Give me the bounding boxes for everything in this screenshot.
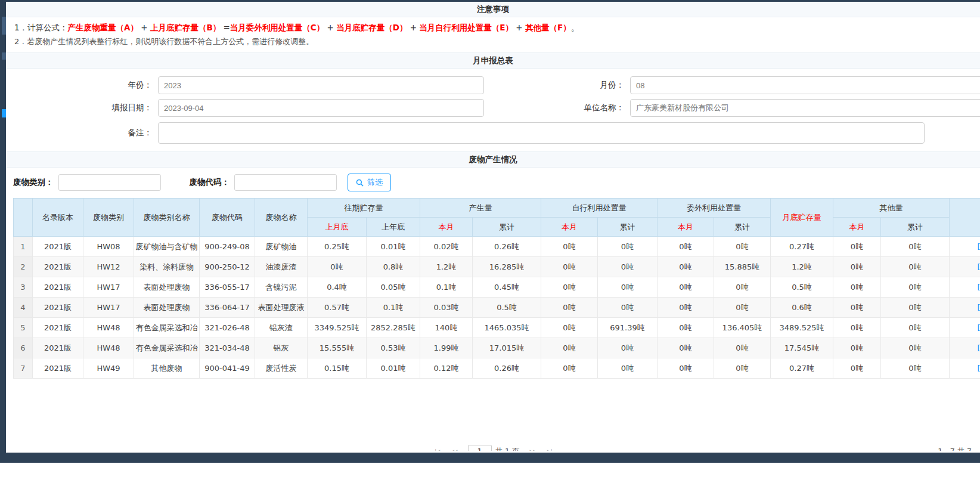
- column-header: 废物类别: [83, 199, 134, 237]
- waste-filter-bar: 废物类别： 废物代码： 筛选: [6, 168, 980, 198]
- table-cell: 0.4吨: [308, 277, 367, 298]
- table-cell: 0吨: [881, 318, 950, 338]
- column-header: 本月: [658, 218, 714, 237]
- sidebar-fragment-icon: [2, 17, 6, 35]
- table-cell: 0.1吨: [367, 298, 420, 318]
- sidebar-fragment-icon: [2, 109, 6, 117]
- last-page-icon[interactable]: ▶|: [547, 448, 551, 451]
- table-cell: 0吨: [833, 257, 881, 277]
- table-cell: 0吨: [598, 298, 658, 318]
- formula-segment: 当月自行利用处置量（E）: [419, 23, 513, 32]
- column-header: 上年底: [367, 218, 420, 237]
- table-cell: 0吨: [881, 237, 950, 257]
- table-cell: 2021版: [33, 358, 83, 379]
- table-cell: HW12: [83, 257, 134, 277]
- table-cell: 3489.525吨: [771, 318, 833, 338]
- first-page-icon[interactable]: |◀: [435, 448, 439, 451]
- waste-code-input[interactable]: [234, 174, 337, 191]
- table-cell: HW48: [83, 318, 134, 338]
- action-cell: [查看]: [950, 338, 980, 358]
- table-cell: 0吨: [598, 277, 658, 298]
- column-header: 本月: [420, 218, 473, 237]
- waste-category-input[interactable]: [58, 174, 161, 191]
- next-page-icon[interactable]: ▶▶: [529, 448, 536, 451]
- prev-page-icon[interactable]: ◀◀: [449, 448, 456, 451]
- formula-segment: +: [407, 23, 419, 32]
- row-number-cell: 2: [14, 257, 33, 277]
- table-cell: 0.02吨: [420, 237, 473, 257]
- table-cell: 0吨: [833, 338, 881, 358]
- table-cell: 136.405吨: [714, 318, 771, 338]
- table-cell: 0.27吨: [771, 358, 833, 379]
- table-cell: 0吨: [833, 237, 881, 257]
- table-cell: 0吨: [658, 277, 714, 298]
- table-cell: 0吨: [714, 338, 771, 358]
- table-cell: 2021版: [33, 338, 83, 358]
- table-row: 22021版HW12染料、涂料废物900-250-12油漆废渣0吨0.8吨1.2…: [14, 257, 980, 277]
- table-cell: 0吨: [714, 277, 771, 298]
- table-cell: 表面处理废液: [255, 298, 308, 318]
- fill-date-input[interactable]: [158, 99, 484, 117]
- table-cell: 2021版: [33, 298, 83, 318]
- declaration-panel: 注意事项 1．计算公式：产生废物重量（A） + 上月底贮存量（B） =当月委外利…: [6, 2, 980, 451]
- action-cell: [查看]: [950, 257, 980, 277]
- table-cell: 0.5吨: [771, 277, 833, 298]
- table-cell: HW49: [83, 358, 134, 379]
- table-cell: 0吨: [598, 338, 658, 358]
- view-link[interactable]: [查看]: [977, 283, 980, 292]
- column-header: 本月: [541, 218, 598, 237]
- table-cell: 321-026-48: [200, 318, 255, 338]
- column-header: 名录版本: [33, 199, 83, 237]
- fill-date-label: 填报日期：: [6, 103, 158, 113]
- year-input[interactable]: [158, 76, 484, 94]
- remark-label: 备注：: [6, 128, 158, 138]
- table-cell: 废矿物油: [255, 237, 308, 257]
- view-link[interactable]: [查看]: [977, 323, 980, 332]
- table-cell: 900-250-12: [200, 257, 255, 277]
- column-header: 上月底: [308, 218, 367, 237]
- table-cell: HW17: [83, 277, 134, 298]
- formula-segment: 上月底贮存量（B）: [150, 23, 221, 32]
- column-header: 累计: [598, 218, 658, 237]
- filter-button[interactable]: 筛选: [348, 174, 391, 191]
- page-number-input[interactable]: [468, 445, 492, 451]
- view-link[interactable]: [查看]: [977, 303, 980, 312]
- column-header: 本月: [833, 218, 881, 237]
- table-cell: 0吨: [881, 298, 950, 318]
- table-cell: 0吨: [658, 358, 714, 379]
- notice-formula: 1．计算公式：产生废物重量（A） + 上月底贮存量（B） =当月委外利用处置量（…: [14, 21, 972, 34]
- table-cell: 0吨: [541, 237, 598, 257]
- row-number-cell: 6: [14, 338, 33, 358]
- table-cell: HW08: [83, 237, 134, 257]
- column-header: 废物类别名称: [134, 199, 200, 237]
- formula-segment: 。: [571, 23, 579, 32]
- table-cell: 1465.035吨: [473, 318, 541, 338]
- column-header: 累计: [714, 218, 771, 237]
- table-cell: 铝灰渣: [255, 318, 308, 338]
- remark-input[interactable]: [158, 122, 925, 144]
- formula-segment: =: [221, 23, 230, 32]
- table-header: 名录版本废物类别废物类别名称废物代码废物名称往期贮存量产生量自行利用处置量委外利…: [14, 199, 980, 237]
- view-link[interactable]: [查看]: [977, 262, 980, 271]
- table-cell: 0吨: [833, 318, 881, 338]
- table-cell: 1.2吨: [420, 257, 473, 277]
- action-cell: [查看]: [950, 298, 980, 318]
- table-cell: 0吨: [881, 358, 950, 379]
- table-cell: 0吨: [541, 338, 598, 358]
- table-cell: 0吨: [714, 358, 771, 379]
- table-cell: 0.01吨: [367, 237, 420, 257]
- view-link[interactable]: [查看]: [977, 343, 980, 352]
- view-link[interactable]: [查看]: [977, 242, 980, 251]
- month-input[interactable]: [630, 76, 980, 94]
- view-link[interactable]: [查看]: [977, 364, 980, 373]
- table-cell: 0.15吨: [308, 358, 367, 379]
- table-cell: 废矿物油与含矿物: [134, 237, 200, 257]
- action-cell: [查看]: [950, 237, 980, 257]
- unit-name-input[interactable]: [630, 99, 980, 117]
- waste-section-title: 废物产生情况: [6, 151, 980, 168]
- filter-button-label: 筛选: [367, 177, 383, 188]
- table-row: 72021版HW49其他废物900-041-49废活性炭0.15吨0.01吨0.…: [14, 358, 980, 379]
- table-cell: 691.39吨: [598, 318, 658, 338]
- table-cell: 336-064-17: [200, 298, 255, 318]
- table-cell: 0.8吨: [367, 257, 420, 277]
